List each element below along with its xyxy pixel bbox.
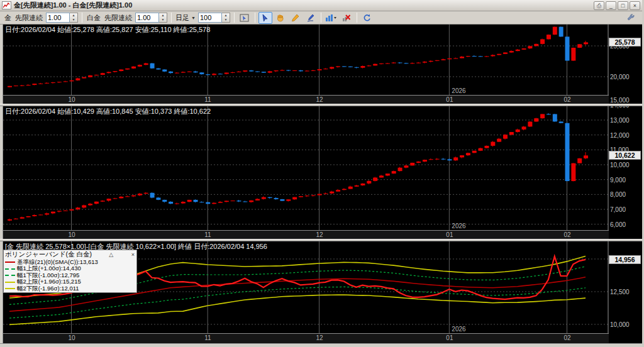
y-tick-label: 12,000: [610, 132, 630, 139]
spread-chart-canvas[interactable]: 2026 1011120102 [金 先限連続 25,578×1.00]-[白金…: [3, 241, 609, 343]
toolbar-separator: [357, 13, 357, 23]
x-tick-label: 01: [446, 231, 453, 238]
gold-chart-panel: 2026 1011120102 日付:2026/02/04 始値:25,278 …: [0, 25, 642, 104]
instrument1-multiplier-stepper[interactable]: ▲▼: [46, 13, 78, 23]
x-tick-label: 11: [204, 231, 211, 238]
svg-text:2026: 2026: [452, 223, 466, 229]
instrument2-symbol: 白金: [87, 13, 101, 23]
y-tick-label: 9,000: [610, 177, 626, 184]
spread-last-price-badge: 14,956: [609, 255, 641, 264]
timeframe-dropdown[interactable]: 日足▼: [175, 13, 196, 23]
close-button[interactable]: ×: [630, 1, 640, 10]
instrument2-multiplier-stepper[interactable]: ▲▼: [135, 13, 167, 23]
y-tick-label: 10,000: [610, 162, 630, 168]
y-tick-label: 12,500: [610, 289, 630, 295]
toolbar-separator: [321, 13, 321, 23]
bar-count-input[interactable]: [198, 13, 222, 23]
x-tick-label: 12: [316, 96, 323, 103]
pencil-button[interactable]: [289, 12, 303, 24]
select-pointer-button[interactable]: [258, 12, 272, 24]
legend-item: 幅2下限(-1.96σ):12,011: [4, 285, 136, 292]
sigma2-upper-swatch: [5, 282, 15, 283]
x-tick-label: 10: [69, 231, 75, 238]
x-tick-label: 02: [564, 334, 571, 341]
title-bar: 金[先限連続]1.00 - 白金[先限連続]1.00 ⎙ _ □ ×: [0, 0, 642, 11]
maximize-button[interactable]: □: [618, 1, 628, 10]
print-button[interactable]: ⎙: [594, 1, 604, 10]
window-title: 金[先限連続]1.00 - 白金[先限連続]1.00: [14, 1, 592, 10]
platinum-y-axis: 14,00013,00012,00011,00010,0009,0008,000…: [609, 106, 642, 239]
toolbar-separator: [255, 13, 255, 23]
x-tick-label: 01: [446, 96, 453, 103]
y-tick-label: 6,000: [610, 221, 626, 228]
spread-chart-panel: 2026 1011120102 [金 先限連続 25,578×1.00]-[白金…: [0, 241, 642, 343]
x-tick-label: 02: [564, 231, 571, 238]
fountain-pen-button[interactable]: [304, 12, 318, 24]
toolbar-separator: [234, 13, 235, 23]
gold-chart-canvas[interactable]: 2026 1011120102 日付:2026/02/04 始値:25,278 …: [3, 25, 609, 104]
y-tick-label: 15,000: [610, 97, 630, 104]
instrument1-multiplier-input[interactable]: [46, 13, 70, 23]
gold-last-price-badge: 25,578: [609, 38, 641, 47]
toolbar-separator: [82, 13, 82, 23]
spread-x-axis: 1011120102: [3, 333, 609, 343]
x-tick-label: 10: [69, 334, 75, 341]
minimize-button[interactable]: _: [606, 1, 616, 10]
y-tick-label: 20,000: [610, 74, 630, 80]
pan-hand-button[interactable]: [274, 12, 287, 24]
x-tick-label: 01: [446, 334, 453, 341]
platinum-chart-canvas[interactable]: 2026 1011120102 日付:2026/02/04 始値:10,429 …: [3, 106, 609, 239]
basis-line-swatch: [5, 262, 15, 263]
spinner-arrows-icon[interactable]: ▲▼: [159, 13, 167, 23]
spinner-arrows-icon[interactable]: ▲▼: [70, 13, 78, 23]
toolbar: 金 先限連続 ▲▼ 白金 先限連続 ▲▼ 日足▼ ▲▼: [0, 11, 642, 25]
chart-cursor-button[interactable]: [238, 12, 252, 24]
legend-close-icon[interactable]: ×: [131, 251, 135, 258]
delete-indicator-button[interactable]: [340, 12, 353, 24]
instrument2-series: 先限連続: [104, 13, 132, 23]
x-tick-label: 02: [564, 96, 571, 103]
chevron-down-icon: ▼: [191, 16, 196, 20]
spread-y-axis: 15,00012,50010,00014,956: [609, 241, 642, 343]
instrument1-symbol: 金: [4, 13, 11, 23]
toolbar-separator: [171, 13, 172, 23]
x-tick-label: 12: [316, 231, 323, 238]
gold-y-axis: 25,00020,00015,00025,578: [609, 25, 642, 104]
instrument1-series: 先限連続: [15, 13, 43, 23]
indicator-chart-button[interactable]: [325, 12, 338, 24]
x-tick-label: 11: [204, 96, 211, 103]
y-tick-label: 10,000: [610, 321, 630, 328]
legend-collapse-icon[interactable]: △: [108, 251, 114, 258]
gold-ohlc-info: 日付:2026/02/04 始値:25,278 高値:25,827 安値:25,…: [5, 25, 210, 35]
x-tick-label: 10: [69, 96, 75, 103]
y-tick-label: 13,000: [610, 117, 630, 124]
spinner-arrows-icon[interactable]: ▲▼: [222, 13, 230, 23]
y-tick-label: 14,000: [610, 106, 630, 109]
sigma2-lower-swatch: [5, 288, 15, 289]
bollinger-legend: ボリンジャーバンド(金 白金) △ × 基準線(21)(0)(SMA(C)):1…: [3, 250, 137, 293]
refresh-button[interactable]: [360, 12, 374, 24]
sigma1-lower-swatch: [5, 275, 15, 276]
sigma1-upper-swatch: [5, 268, 15, 270]
platinum-ohlc-info: 日付:2026/02/04 始値:10,429 高値:10,845 安値:10,…: [5, 107, 211, 116]
y-tick-label: 8,000: [610, 191, 626, 198]
gold-x-axis: 1011120102: [3, 95, 609, 104]
platinum-last-price-badge: 10,622: [609, 151, 641, 160]
bar-count-stepper[interactable]: ▲▼: [198, 13, 230, 23]
x-tick-label: 12: [316, 334, 323, 341]
y-tick-label: 7,000: [610, 206, 626, 213]
settings-wrench-button[interactable]: [624, 12, 638, 24]
platinum-x-axis: 1011120102: [3, 230, 609, 239]
svg-text:2026: 2026: [452, 87, 466, 94]
chart-window: 金[先限連続]1.00 - 白金[先限連続]1.00 ⎙ _ □ × 金 先限連…: [0, 0, 644, 347]
svg-text:2026: 2026: [452, 326, 466, 333]
platinum-chart-panel: 2026 1011120102 日付:2026/02/04 始値:10,429 …: [0, 106, 642, 239]
x-tick-label: 11: [204, 334, 211, 341]
window-bottom-frame: [0, 343, 642, 347]
instrument2-multiplier-input[interactable]: [135, 13, 159, 23]
app-chart-icon: [2, 1, 11, 9]
